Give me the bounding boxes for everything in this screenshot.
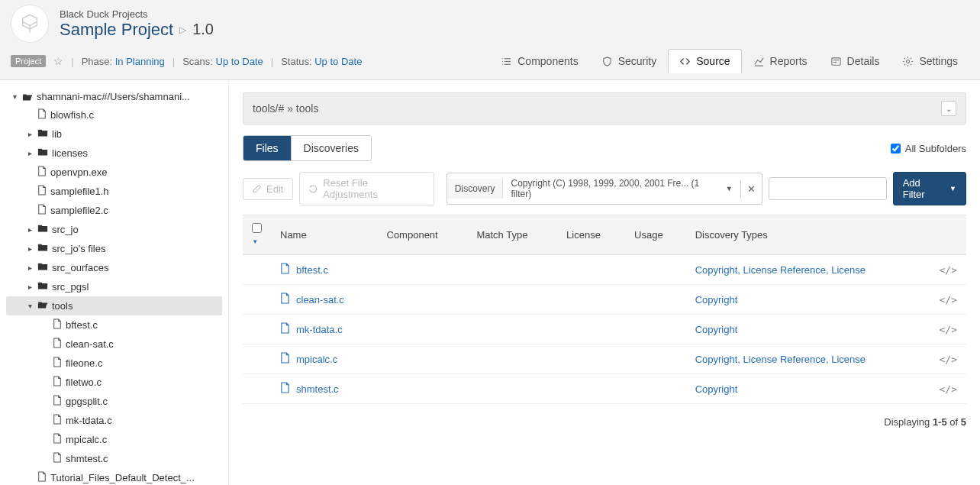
tree-label: bftest.c [66,319,98,331]
tree-label: shmtest.c [66,453,108,464]
tree-item[interactable]: ▸fileone.c [6,354,222,373]
sort-indicator-icon[interactable]: ▾ [253,238,257,245]
tab-settings[interactable]: Settings [891,49,969,73]
subtab-files[interactable]: Files [243,136,291,160]
tree-item[interactable]: ▾tools [6,296,222,315]
tree-root[interactable]: ▾ shamnani-mac#/Users/shamnani... [6,88,222,105]
tree-item[interactable]: ▸Tutorial_Files_Default_Detect_... [6,468,222,485]
caret-down-icon: ▼ [949,185,956,192]
tree-item[interactable]: ▸shmtest.c [6,449,222,468]
star-icon[interactable]: ☆ [53,55,63,67]
tab-source[interactable]: Source [668,49,741,73]
tree-item[interactable]: ▸mk-tdata.c [6,411,222,430]
breadcrumb-dropdown[interactable]: ⌄ [941,101,956,116]
select-all-checkbox[interactable] [252,223,262,233]
folder-icon [37,261,48,274]
file-link[interactable]: shmtest.c [280,382,369,396]
code-icon[interactable]: </> [940,383,957,395]
discovery-link[interactable]: Copyright, License Reference, License [695,354,866,365]
tree-item[interactable]: ▸filetwo.c [6,373,222,392]
caret-icon[interactable]: ▸ [26,264,34,272]
caret-icon[interactable]: ▸ [26,149,34,157]
edit-button[interactable]: Edit [243,178,293,200]
tree-label: src_jo [52,224,79,235]
tree-label: lib [52,128,62,140]
filter-remove[interactable]: ✕ [740,180,762,198]
col-name[interactable]: Name [271,215,378,255]
folder-icon [37,223,48,236]
all-subfolders-toggle[interactable]: All Subfolders [891,143,966,154]
caret-down-icon[interactable]: ▾ [11,92,18,101]
tree-item[interactable]: ▸licenses [6,144,222,163]
tab-label: Security [618,55,657,67]
code-icon[interactable]: </> [940,264,957,276]
tree-item[interactable]: ▸src_jo [6,220,222,239]
tree-item[interactable]: ▸samplefile1.h [6,182,222,201]
file-link[interactable]: clean-sat.c [280,293,369,306]
phase-label: Phase: [82,56,112,67]
active-filter-pill[interactable]: Discovery Copyright (C) 1998, 1999, 2000… [446,173,762,205]
filter-value[interactable]: Copyright (C) 1998, 1999, 2000, 2001 Fre… [503,173,740,204]
caret-icon[interactable]: ▸ [26,130,34,138]
file-icon [37,108,47,121]
caret-icon[interactable]: ▸ [26,244,34,253]
file-link[interactable]: mk-tdata.c [280,322,369,336]
phase-value[interactable]: In Planning [115,56,165,67]
file-name: mk-tdata.c [296,324,343,335]
tree-item[interactable]: ▸lib [6,124,222,144]
tree-item[interactable]: ▸gpgsplit.c [6,392,222,411]
caret-icon[interactable]: ▾ [26,302,34,310]
tree-item[interactable]: ▸src_ourfaces [6,258,222,277]
discovery-link[interactable]: Copyright [695,294,738,306]
tab-security[interactable]: Security [590,49,669,73]
file-link[interactable]: bftest.c [280,263,369,276]
add-filter-button[interactable]: Add Filter ▼ [893,172,966,205]
caret-icon[interactable]: ▸ [26,225,34,234]
discovery-link[interactable]: Copyright [695,324,738,335]
separator: | [172,56,175,67]
scans-value[interactable]: Up to Date [216,56,263,67]
discovery-link[interactable]: Copyright, License Reference, License [695,264,866,276]
code-icon [679,56,691,67]
search-input[interactable] [769,177,887,200]
tab-components[interactable]: Components [489,49,589,73]
col-usage[interactable]: Usage [625,215,686,255]
project-name[interactable]: Sample Project [60,20,173,40]
tab-label: Settings [919,55,958,67]
tree-item[interactable]: ▸src_jo's files [6,239,222,258]
col-discovery[interactable]: Discovery Types [686,215,930,255]
tree-label: Tutorial_Files_Default_Detect_... [50,472,195,483]
subtab-discoveries[interactable]: Discoveries [291,136,371,160]
tree-item[interactable]: ▸bftest.c [6,315,222,335]
tree-item[interactable]: ▸blowfish.c [6,105,222,124]
status-value[interactable]: Up to Date [314,56,362,67]
tree-item[interactable]: ▸mpicalc.c [6,430,222,449]
tab-reports[interactable]: Reports [742,49,819,73]
tree-item[interactable]: ▸src_pgsl [6,277,222,296]
col-match-type[interactable]: Match Type [467,215,557,255]
code-icon[interactable]: </> [940,294,957,306]
folder-open-icon [22,92,33,102]
org-name[interactable]: Black Duck Projects [60,8,214,20]
code-icon[interactable]: </> [940,324,957,335]
file-icon [37,471,47,484]
tab-label: Components [517,55,578,67]
tree-item[interactable]: ▸samplefile2.c [6,201,222,220]
project-version[interactable]: 1.0 [192,21,214,38]
logo-icon [19,13,40,34]
discovery-link[interactable]: Copyright [695,383,738,395]
all-subfolders-checkbox[interactable] [891,144,901,154]
col-license[interactable]: License [557,215,625,255]
caret-icon[interactable]: ▸ [26,283,34,291]
scans-label: Scans: [182,56,213,67]
code-icon[interactable]: </> [940,354,957,365]
file-link[interactable]: mpicalc.c [280,352,369,366]
tab-label: Details [847,55,880,67]
reset-button[interactable]: Reset File Adjustments [299,172,434,205]
separator: | [71,56,73,67]
table-row: bftest.cCopyright, License Reference, Li… [243,255,966,285]
tree-item[interactable]: ▸openvpn.exe [6,163,222,182]
tab-details[interactable]: Details [819,49,891,73]
col-component[interactable]: Component [378,215,468,255]
tree-item[interactable]: ▸clean-sat.c [6,335,222,354]
